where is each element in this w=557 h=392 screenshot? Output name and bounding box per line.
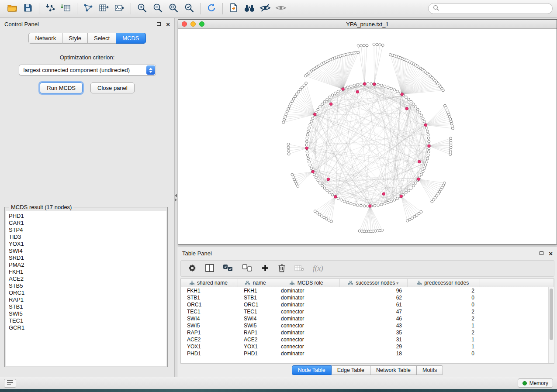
scrollbar-thumb[interactable] — [550, 289, 553, 340]
delete-table-button[interactable] — [294, 264, 305, 274]
toolbar-separator — [222, 3, 223, 14]
zoom-selected-button[interactable] — [181, 2, 197, 16]
mcds-result-item[interactable]: PHD1 — [9, 213, 166, 220]
table-row[interactable]: RAP1RAP1dominator352 — [181, 329, 554, 336]
workspace: Control Panel × NetworkStyleSelectMCDS O… — [0, 18, 557, 377]
cell: 47 — [339, 308, 407, 315]
export-table-button[interactable] — [96, 2, 112, 16]
zoom-out-button[interactable] — [150, 2, 166, 16]
mcds-result-item[interactable]: GCR1 — [9, 324, 166, 331]
optimization-select[interactable]: largest connected component (undirected) — [19, 65, 156, 76]
table-row[interactable]: SWI5SWI5connector431 — [181, 322, 554, 329]
deselect-all-button[interactable] — [241, 263, 253, 274]
float-panel-icon[interactable] — [157, 22, 161, 26]
select-all-button[interactable] — [222, 263, 234, 274]
cell: 61 — [339, 301, 407, 308]
cell: 0 — [407, 294, 480, 301]
panel-splitter[interactable] — [175, 18, 177, 377]
tab-network[interactable]: Network — [28, 33, 62, 44]
export-image-button[interactable] — [112, 2, 128, 16]
import-network-button[interactable] — [42, 2, 58, 16]
column-header-filler — [480, 279, 554, 287]
splitter-collapse-icon[interactable] — [175, 194, 177, 202]
run-mcds-button[interactable]: Run MCDS — [40, 83, 83, 93]
table-row[interactable]: SWI4SWI4dominator462 — [181, 315, 554, 322]
search-input[interactable] — [442, 6, 548, 12]
tab-select[interactable]: Select — [88, 33, 116, 44]
cell: dominator — [275, 315, 339, 322]
table-row[interactable]: PHD1PHD1dominator180 — [181, 350, 554, 357]
cell-filler — [480, 329, 554, 336]
window-close-icon[interactable] — [182, 21, 187, 27]
tab-edge-table[interactable]: Edge Table — [332, 365, 370, 375]
cell: ORC1 — [181, 301, 238, 308]
export-network-icon — [83, 3, 93, 14]
mcds-result-item[interactable]: SWI4 — [9, 248, 166, 254]
tab-mcds[interactable]: MCDS — [116, 33, 145, 44]
cell: STB1 — [238, 294, 275, 301]
tab-style[interactable]: Style — [62, 33, 88, 44]
table-settings-button[interactable] — [187, 263, 197, 275]
memory-label: Memory — [529, 380, 548, 386]
float-table-panel-icon[interactable] — [540, 251, 543, 255]
table-scrollbar[interactable] — [548, 287, 554, 363]
table-row[interactable]: TEC1TEC1connector472 — [181, 308, 554, 315]
mcds-result-item[interactable]: STB1 — [9, 303, 166, 310]
mcds-result-item[interactable]: TEC1 — [9, 317, 166, 324]
mcds-result-item[interactable]: CAR1 — [9, 220, 166, 227]
mcds-result-item[interactable]: ACE2 — [9, 275, 166, 282]
cell: FKH1 — [238, 287, 275, 295]
column-header-shared-name[interactable]: shared name — [181, 279, 238, 287]
column-header-predecessor-nodes[interactable]: predecessor nodes — [407, 279, 480, 287]
close-panel-icon[interactable]: × — [166, 21, 170, 28]
cell-filler — [480, 294, 554, 301]
tab-network-table[interactable]: Network Table — [370, 365, 417, 375]
mcds-result-item[interactable]: ORC1 — [9, 289, 166, 296]
zoom-in-button[interactable] — [134, 2, 150, 16]
hide-graphics-button[interactable] — [257, 2, 273, 16]
delete-column-button[interactable] — [277, 263, 287, 275]
zoom-fit-button[interactable] — [166, 2, 181, 16]
tab-node-table[interactable]: Node Table — [292, 365, 332, 375]
mcds-result-item[interactable]: TID3 — [9, 234, 166, 241]
close-table-panel-icon[interactable]: × — [549, 250, 553, 257]
mcds-result-item[interactable]: YOX1 — [9, 241, 166, 248]
dropdown-stepper-icon — [146, 65, 155, 75]
memory-button[interactable]: Memory — [518, 378, 553, 388]
add-column-button[interactable] — [260, 263, 270, 274]
tab-motifs[interactable]: Motifs — [417, 365, 443, 375]
show-graphics-button[interactable] — [273, 2, 289, 16]
task-history-button[interactable] — [4, 379, 16, 388]
column-header-mcds-role[interactable]: MCDS role — [275, 279, 339, 287]
export-network-button[interactable] — [80, 2, 96, 16]
open-file-button[interactable] — [4, 2, 20, 16]
close-panel-button[interactable]: Close panel — [90, 83, 135, 93]
search-network-button[interactable] — [242, 2, 257, 16]
save-session-button[interactable] — [20, 2, 36, 16]
mcds-result-item[interactable]: STB5 — [9, 282, 166, 289]
mcds-result-item[interactable]: FKH1 — [9, 268, 166, 275]
mcds-result-item[interactable]: STP4 — [9, 227, 166, 234]
show-columns-button[interactable] — [204, 263, 215, 274]
mcds-result-item[interactable]: SRD1 — [9, 254, 166, 261]
window-minimize-icon[interactable] — [190, 21, 196, 27]
column-label: MCDS role — [298, 280, 323, 286]
column-header-name[interactable]: name — [238, 279, 275, 287]
window-zoom-icon[interactable] — [199, 21, 204, 27]
table-row[interactable]: FKH1FKH1dominator962 — [181, 287, 554, 295]
refresh-view-button[interactable] — [204, 2, 219, 16]
clone-document-button[interactable] — [226, 2, 242, 16]
import-table-button[interactable] — [58, 2, 74, 16]
table-row[interactable]: ORC1ORC1dominator610 — [181, 301, 554, 308]
cell: 1 — [407, 322, 480, 329]
function-builder-button[interactable]: f(x) — [312, 263, 324, 274]
table-row[interactable]: ACE2ACE2connector311 — [181, 336, 554, 343]
mcds-result-item[interactable]: RAP1 — [9, 296, 166, 303]
mcds-result-item[interactable]: PMA2 — [9, 261, 166, 268]
network-canvas[interactable] — [178, 29, 557, 244]
mcds-result-item[interactable]: SWI5 — [9, 310, 166, 317]
table-row[interactable]: YOX1YOX1connector291 — [181, 343, 554, 350]
table-row[interactable]: STB1STB1dominator620 — [181, 294, 554, 301]
column-header-successor-nodes[interactable]: successor nodes▾ — [339, 279, 407, 287]
chevron-down-icon[interactable]: ▾ — [396, 281, 398, 285]
